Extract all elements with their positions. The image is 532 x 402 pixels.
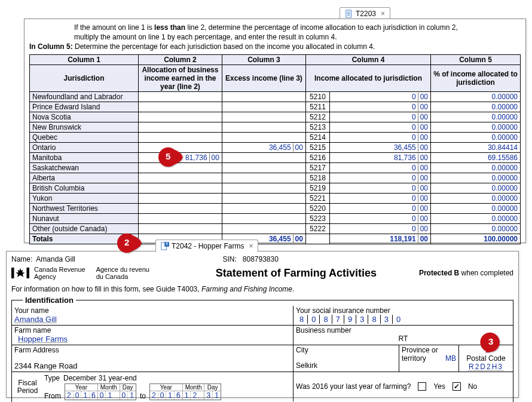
totals-row: Totals36,45500118,19100100.00000 [30, 234, 521, 244]
postal-code-field[interactable]: R2D2H3 [461, 363, 510, 371]
table-row: Other (outside Canada)52220000.00000 [30, 223, 521, 234]
farm-name-field[interactable]: Hopper Farms [14, 335, 291, 343]
line-code: 5223 [305, 213, 329, 223]
col-header-2: Column 2 [138, 54, 222, 65]
your-name-field[interactable]: Amanda Gill [14, 315, 291, 324]
percent-value: 0.00000 [431, 173, 521, 183]
yes-label: Yes [433, 382, 445, 391]
farm-name-label: Farm name [14, 326, 291, 335]
callout-marker-3: 3 [477, 332, 509, 352]
svg-rect-3 [347, 15, 350, 16]
sin-value: 808793830 [243, 255, 279, 263]
table-row: New Brunswick52130000.00000 [30, 122, 521, 132]
sin-field[interactable]: 808793830 [296, 315, 510, 324]
jurisdiction-name: Prince Edward Island [30, 102, 139, 112]
jurisdiction-name: Manitoba [30, 152, 139, 162]
canada-flag-icon [11, 265, 29, 281]
table-row: Alberta52180000.00000 [30, 173, 521, 183]
percent-value: 0.00000 [431, 213, 521, 223]
province-label-2: territory [402, 354, 426, 363]
your-name-label: Your name [14, 306, 291, 315]
fiscal-period-label: Fiscal Period [14, 379, 41, 395]
table-row: Saskatchewan52170000.00000 [30, 162, 521, 173]
percent-value: 0.00000 [431, 193, 521, 203]
city-field[interactable]: Selkirk [296, 361, 396, 370]
percent-value: 0.00000 [431, 162, 521, 173]
percent-value: 0.00000 [431, 203, 521, 213]
allocation-table: Column 1 Column 2 Column 3 Column 4 Colu… [29, 54, 521, 244]
subhead-allocation: Allocation of business income earned in … [138, 65, 222, 91]
form-title: Statement of Farming Activities [178, 267, 414, 280]
col-header-5: Column 5 [431, 54, 521, 65]
sin-label: SIN: [222, 255, 236, 263]
province-field[interactable]: MB [445, 354, 456, 363]
no-label: No [468, 382, 477, 391]
city-label: City [296, 346, 396, 354]
jurisdiction-name: New Brunswick [30, 122, 139, 132]
percent-value: 30.84414 [431, 142, 521, 152]
tab-t2203[interactable]: T2203 × [340, 7, 390, 20]
to-date-field[interactable]: Year2016Month12Day31 [149, 383, 221, 400]
identification-section: Identification Your name Amanda Gill You… [11, 296, 513, 402]
jurisdiction-name: Ontario [30, 142, 139, 152]
line-code: 5218 [305, 173, 329, 183]
percent-value: 0.00000 [431, 122, 521, 132]
yes-checkbox[interactable] [418, 382, 426, 391]
percent-value: 69.15586 [431, 152, 521, 162]
line-code: 5215 [305, 142, 329, 152]
jurisdiction-name: Northwest Territories [30, 203, 139, 213]
farm-address-field[interactable]: 2344 Range Road [14, 361, 291, 370]
jurisdiction-name: British Columbia [30, 183, 139, 193]
subhead-percent: % of income allocated to jurisdiction [431, 65, 521, 91]
line-code: 5211 [305, 102, 329, 112]
close-icon[interactable]: × [381, 10, 385, 18]
line-code: 5210 [305, 91, 329, 102]
jurisdiction-name: Nova Scotia [30, 112, 139, 122]
tab-label: T2203 [356, 10, 376, 18]
jurisdiction-name: Other (outside Canada) [30, 223, 139, 234]
line-code: 5221 [305, 193, 329, 203]
percent-value: 0.00000 [431, 112, 521, 122]
table-row: Quebec52140000.00000 [30, 132, 521, 142]
agency-name: Canada RevenueAgency Agence du revenudu … [34, 266, 149, 280]
line-code: 5217 [305, 162, 329, 173]
table-row: Nunavut52230000.00000 [30, 213, 521, 223]
to-label: to [140, 392, 146, 400]
identification-legend: Identification [23, 296, 76, 305]
last-year-question: Was 2016 your last year of farming? [296, 382, 411, 391]
line-code: 5214 [305, 132, 329, 142]
table-row: British Columbia52190000.00000 [30, 183, 521, 193]
jurisdiction-name: Quebec [30, 132, 139, 142]
from-label: From [44, 392, 61, 400]
close-icon[interactable]: × [249, 242, 253, 250]
type-field[interactable]: December 31 year-end [63, 374, 291, 382]
svg-rect-7 [11, 268, 14, 278]
percent-value: 0.00000 [431, 132, 521, 142]
sin-box-label: Your social insurance number [296, 306, 510, 315]
no-checkbox[interactable]: ✓ [452, 382, 461, 391]
line-code: 5212 [305, 112, 329, 122]
table-row: Northwest Territories52200000.00000 [30, 203, 521, 213]
instructions: If the amount on line 1 is less than lin… [29, 23, 521, 52]
col-header-4: Column 4 [305, 54, 430, 65]
percent-value: 0.00000 [431, 91, 521, 102]
subhead-excess: Excess income (line 3) [222, 65, 305, 91]
svg-rect-8 [27, 268, 30, 278]
document-help-icon: ? [161, 242, 169, 250]
line-code: 5220 [305, 203, 329, 213]
tab-t2042[interactable]: ? T2042 - Hopper Farms × [155, 240, 258, 252]
percent-value: 0.00000 [431, 102, 521, 112]
table-row: Manitoba81,73600521681,7360069.15586 [30, 152, 521, 162]
jurisdiction-name: Yukon [30, 193, 139, 203]
tab-label: T2042 - Hopper Farms [172, 242, 244, 250]
col-header-3: Column 3 [222, 54, 305, 65]
jurisdiction-name: Alberta [30, 173, 139, 183]
farm-address-label: Farm Address [14, 346, 291, 354]
protected-label: Protected B when completed [419, 269, 513, 277]
table-row: Yukon52210000.00000 [30, 193, 521, 203]
from-date-field[interactable]: Year2016Month01Day01 [65, 383, 136, 400]
table-row: Prince Edward Island52110000.00000 [30, 102, 521, 112]
guide-info: For information on how to fill in this f… [11, 285, 513, 293]
callout-marker-2: 2 [117, 233, 149, 253]
percent-value: 0.00000 [431, 223, 521, 234]
